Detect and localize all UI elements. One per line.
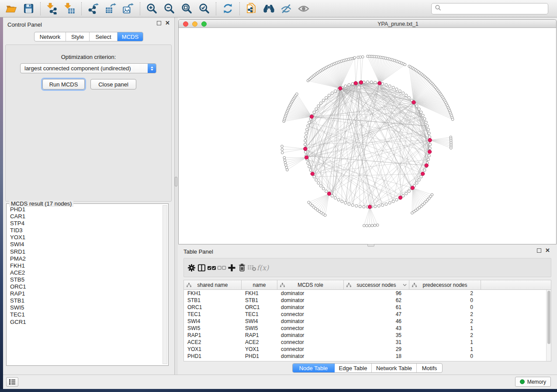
close-panel-icon[interactable]: ✕ [165, 21, 170, 25]
tab-mcds[interactable]: MCDS [118, 32, 143, 41]
run-mcds-button[interactable]: Run MCDS [42, 79, 85, 89]
list-icon [9, 379, 16, 385]
table-scrollbar[interactable] [546, 290, 551, 361]
table-row[interactable]: PHD1PHD1dominator180 [184, 353, 551, 360]
binoculars-icon[interactable] [261, 1, 276, 16]
close-panel-button[interactable]: Close panel [90, 79, 136, 89]
column-header-successor-nodes[interactable]: successor nodes [344, 280, 409, 289]
network-canvas[interactable] [179, 28, 556, 244]
mcds-result-item[interactable]: GCR1 [7, 319, 162, 326]
table-row[interactable]: ORC1ORC1dominator610 [184, 304, 551, 311]
scrollbar-thumb[interactable] [547, 291, 550, 344]
column-header-name[interactable]: name [242, 280, 277, 289]
select-all-icon[interactable] [207, 261, 217, 274]
mcds-scrollbar[interactable] [163, 205, 167, 364]
maximize-window-icon[interactable] [201, 21, 207, 27]
table-cell: dominator [277, 353, 344, 359]
show-eye-icon[interactable] [296, 1, 311, 16]
import-table-icon[interactable] [62, 1, 77, 16]
table-row[interactable]: SWI5SWI5connector431 [184, 325, 551, 332]
table-cell: 35 [344, 332, 409, 338]
minimize-window-icon[interactable] [192, 21, 197, 27]
tab-motifs[interactable]: Motifs [417, 364, 442, 372]
mcds-result-item[interactable]: STP4 [7, 220, 162, 227]
table-cell: TEC1 [184, 311, 242, 317]
table-cell: 2 [409, 332, 481, 338]
column-header-MCDS-role[interactable]: MCDS role [277, 280, 344, 289]
search-field[interactable] [431, 3, 548, 14]
export-table-icon[interactable] [103, 1, 118, 16]
control-panel: Control Panel ✕ NetworkStyleSelectMCDS O… [3, 17, 175, 375]
table-cell: SWI5 [242, 325, 277, 331]
mcds-result-item[interactable]: SWI4 [7, 241, 162, 248]
save-session-icon[interactable] [21, 1, 36, 16]
mcds-result-item[interactable]: YOX1 [7, 234, 162, 241]
mcds-result-item[interactable]: RAP1 [7, 290, 162, 297]
table-row[interactable]: RAP1RAP1dominator352 [184, 332, 551, 339]
search-input[interactable] [442, 4, 548, 13]
mcds-result-item[interactable]: TID3 [7, 227, 162, 234]
add-column-icon[interactable] [227, 261, 237, 274]
zoom-selected-icon[interactable] [197, 1, 211, 16]
zoom-in-icon[interactable] [144, 1, 159, 16]
tab-edge-table[interactable]: Edge Table [335, 364, 372, 372]
memory-button[interactable]: Memory [515, 377, 551, 387]
export-image-icon[interactable] [121, 1, 135, 16]
tab-node-table[interactable]: Node Table [293, 364, 335, 372]
network-document-icon[interactable] [244, 1, 259, 16]
mcds-result-item[interactable]: PMA2 [7, 255, 162, 262]
table-row[interactable]: STB1STB1dominator620 [184, 297, 551, 304]
delete-column-icon[interactable] [237, 261, 247, 274]
table-cell: 61 [344, 304, 409, 310]
close-window-icon[interactable] [183, 21, 188, 27]
function-builder-icon[interactable]: f(x) [257, 261, 267, 274]
mcds-result-item[interactable]: CAR1 [7, 213, 162, 220]
open-file-icon[interactable] [3, 1, 18, 16]
mcds-result-item[interactable]: SWI5 [7, 304, 162, 311]
float-window-icon[interactable] [537, 248, 541, 253]
column-label: shared name [197, 282, 228, 288]
table-row[interactable]: ACE2ACE2connector311 [184, 339, 551, 346]
table-cell: SWI4 [242, 318, 277, 324]
mcds-result-item[interactable]: FKH1 [7, 262, 162, 269]
mcds-result-item[interactable]: STB1 [7, 297, 162, 304]
deselect-all-icon[interactable] [217, 261, 227, 274]
mcds-result-item[interactable]: ORC1 [7, 283, 162, 290]
split-panel-icon[interactable] [197, 261, 207, 274]
table-row[interactable]: YOX1YOX1connector291 [184, 346, 551, 353]
mcds-result-item[interactable]: SRD1 [7, 248, 162, 255]
mcds-result-item[interactable]: TEC1 [7, 311, 162, 318]
settings-icon[interactable] [187, 261, 197, 274]
mcds-result-item[interactable]: STB5 [7, 276, 162, 283]
search-icon [435, 4, 442, 13]
zoom-fit-icon[interactable] [179, 1, 194, 16]
criterion-dropdown[interactable]: largest connected component (undirected) [20, 63, 156, 73]
column-header-shared-name[interactable]: shared name [184, 280, 242, 289]
import-network-icon[interactable] [45, 1, 59, 16]
zoom-out-icon[interactable] [162, 1, 176, 16]
refresh-icon[interactable] [220, 1, 235, 16]
export-network-icon[interactable] [86, 1, 100, 16]
splitter-handle[interactable] [175, 177, 177, 186]
tab-network-table[interactable]: Network Table [372, 364, 417, 372]
delete-table-icon[interactable] [247, 261, 257, 274]
table-row[interactable]: FKH1FKH1dominator962 [184, 290, 551, 297]
float-window-icon[interactable] [157, 21, 161, 25]
mcds-result-item[interactable]: ACE2 [7, 269, 162, 276]
panel-resize-grip[interactable] [367, 244, 374, 247]
hide-selected-icon[interactable] [279, 1, 294, 16]
mcds-result-item[interactable]: PHD1 [7, 206, 162, 213]
optimization-criterion-label: Optimization criterion: [6, 54, 171, 60]
close-panel-icon[interactable]: ✕ [545, 248, 550, 253]
tab-select[interactable]: Select [90, 32, 118, 41]
column-header-predecessor-nodes[interactable]: predecessor nodes [409, 280, 481, 289]
vertical-splitter[interactable] [175, 17, 178, 375]
table-row[interactable]: SWI4SWI4dominator462 [184, 318, 551, 325]
network-view-window: YPA_prune.txt_1 [178, 19, 557, 244]
memory-status-icon [520, 379, 525, 384]
network-window-titlebar[interactable]: YPA_prune.txt_1 [179, 20, 556, 28]
tab-style[interactable]: Style [66, 32, 90, 41]
table-row[interactable]: TEC1TEC1connector472 [184, 311, 551, 318]
tab-network[interactable]: Network [35, 32, 66, 41]
panel-toggle-button[interactable] [6, 377, 18, 387]
